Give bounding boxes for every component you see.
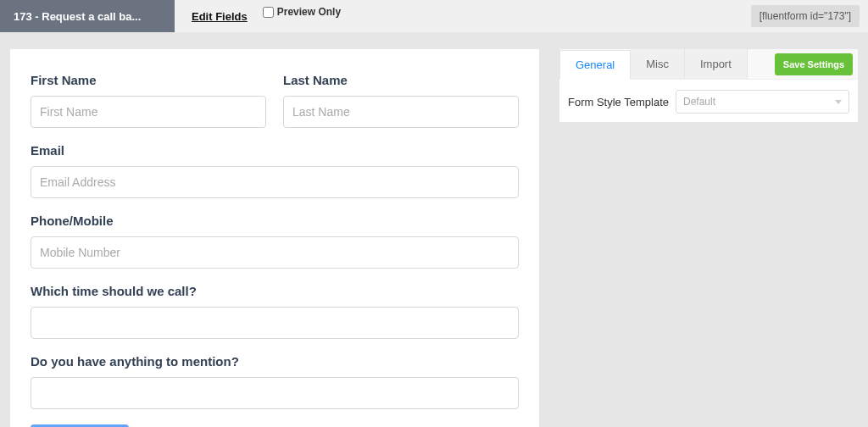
content-area: First Name Last Name Email Phone/Mobile … [0, 32, 868, 427]
call-time-input[interactable] [31, 307, 519, 339]
email-input[interactable] [31, 166, 519, 198]
email-label: Email [31, 143, 519, 158]
mention-label: Do you have anything to mention? [31, 354, 519, 369]
last-name-input[interactable] [283, 96, 519, 128]
tab-misc[interactable]: Misc [631, 49, 685, 79]
top-bar: 173 - Request a call ba... Edit Fields P… [0, 0, 868, 32]
tab-general[interactable]: General [559, 50, 631, 80]
call-time-label: Which time should we call? [31, 284, 519, 298]
first-name-input[interactable] [31, 96, 266, 128]
last-name-label: Last Name [283, 73, 519, 87]
form-style-template-select[interactable]: Default [676, 90, 849, 114]
chevron-down-icon [835, 100, 842, 104]
shortcode-display[interactable]: [fluentform id="173"] [751, 5, 860, 27]
settings-tabs-row: General Misc Import Save Settings [559, 49, 858, 80]
form-style-template-value: Default [683, 96, 715, 108]
form-style-template-label: Form Style Template [568, 96, 669, 108]
mention-input[interactable] [31, 377, 519, 409]
form-preview-panel: First Name Last Name Email Phone/Mobile … [10, 49, 539, 427]
preview-only-label: Preview Only [277, 6, 341, 18]
form-title-tab[interactable]: 173 - Request a call ba... [0, 0, 175, 32]
tab-import[interactable]: Import [685, 49, 748, 79]
phone-input[interactable] [31, 236, 519, 269]
phone-label: Phone/Mobile [31, 214, 519, 228]
preview-only-toggle[interactable]: Preview Only [263, 6, 341, 18]
save-settings-button[interactable]: Save Settings [775, 53, 853, 75]
first-name-label: First Name [31, 73, 266, 87]
preview-only-checkbox[interactable] [263, 7, 274, 18]
settings-side-panel: General Misc Import Save Settings Form S… [559, 49, 858, 122]
edit-fields-link[interactable]: Edit Fields [192, 10, 248, 23]
form-style-template-row: Form Style Template Default [559, 80, 858, 124]
